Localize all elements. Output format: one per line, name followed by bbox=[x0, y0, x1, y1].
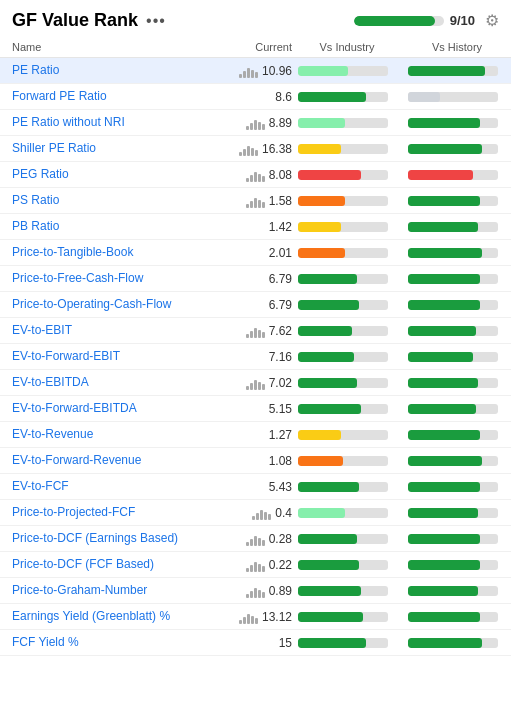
vs-history-bar-cell bbox=[402, 118, 511, 128]
vs-history-bar-fill bbox=[408, 560, 480, 570]
vs-history-bar-cell bbox=[402, 534, 511, 544]
row-name-link[interactable]: Earnings Yield (Greenblatt) % bbox=[12, 609, 170, 623]
vs-industry-bar-wrapper bbox=[298, 326, 388, 336]
mini-bars-icon bbox=[246, 376, 265, 390]
row-value: 10.96 bbox=[262, 64, 292, 78]
vs-history-bar-fill bbox=[408, 456, 482, 466]
table-body: PE Ratio10.96Forward PE Ratio8.6PE Ratio… bbox=[0, 58, 511, 656]
row-current: 8.89 bbox=[222, 116, 292, 130]
vs-history-bar-wrapper bbox=[408, 92, 498, 102]
vs-industry-bar-wrapper bbox=[298, 170, 388, 180]
row-name-link[interactable]: Price-to-Tangible-Book bbox=[12, 245, 133, 259]
row-value: 1.42 bbox=[269, 220, 292, 234]
vs-history-bar-wrapper bbox=[408, 430, 498, 440]
row-name-link[interactable]: Price-to-DCF (FCF Based) bbox=[12, 557, 154, 571]
row-name-link[interactable]: EV-to-Forward-Revenue bbox=[12, 453, 141, 467]
row-name-link[interactable]: EV-to-Forward-EBIT bbox=[12, 349, 120, 363]
row-value: 5.43 bbox=[269, 480, 292, 494]
row-name-link[interactable]: Price-to-Operating-Cash-Flow bbox=[12, 297, 171, 311]
vs-history-bar-fill bbox=[408, 378, 478, 388]
row-value: 8.6 bbox=[275, 90, 292, 104]
table-row: Price-to-Free-Cash-Flow6.79 bbox=[0, 266, 511, 292]
vs-history-bar-fill bbox=[408, 638, 482, 648]
vs-industry-bar-fill bbox=[298, 144, 341, 154]
row-name-link[interactable]: EV-to-FCF bbox=[12, 479, 69, 493]
vs-history-bar-fill bbox=[408, 118, 480, 128]
vs-industry-bar-wrapper bbox=[298, 534, 388, 544]
row-name-link[interactable]: EV-to-EBITDA bbox=[12, 375, 89, 389]
row-name-link[interactable]: PS Ratio bbox=[12, 193, 59, 207]
row-name-link[interactable]: EV-to-Revenue bbox=[12, 427, 93, 441]
row-value: 0.4 bbox=[275, 506, 292, 520]
vs-history-bar-wrapper bbox=[408, 118, 498, 128]
col-vs-history: Vs History bbox=[402, 41, 511, 53]
header: GF Value Rank ••• 9/10 ⚙ bbox=[0, 0, 511, 37]
vs-industry-bar-wrapper bbox=[298, 144, 388, 154]
vs-history-bar-cell bbox=[402, 612, 511, 622]
row-value: 8.08 bbox=[269, 168, 292, 182]
vs-industry-bar-fill bbox=[298, 534, 357, 544]
row-name-link[interactable]: Price-to-Projected-FCF bbox=[12, 505, 135, 519]
vs-industry-bar-fill bbox=[298, 378, 357, 388]
vs-industry-bar-cell bbox=[292, 274, 402, 284]
table-row: Earnings Yield (Greenblatt) %13.12 bbox=[0, 604, 511, 630]
vs-history-bar-fill bbox=[408, 482, 480, 492]
row-current: 7.62 bbox=[222, 324, 292, 338]
row-name-link[interactable]: PE Ratio without NRI bbox=[12, 115, 125, 129]
vs-industry-bar-cell bbox=[292, 430, 402, 440]
row-name-link[interactable]: Shiller PE Ratio bbox=[12, 141, 96, 155]
row-name-link[interactable]: FCF Yield % bbox=[12, 635, 79, 649]
row-name-link[interactable]: Price-to-DCF (Earnings Based) bbox=[12, 531, 178, 545]
vs-industry-bar-cell bbox=[292, 638, 402, 648]
vs-industry-bar-cell bbox=[292, 248, 402, 258]
row-current: 1.27 bbox=[222, 428, 292, 442]
row-value: 13.12 bbox=[262, 610, 292, 624]
vs-industry-bar-wrapper bbox=[298, 560, 388, 570]
gear-icon[interactable]: ⚙ bbox=[485, 11, 499, 30]
row-name-link[interactable]: PE Ratio bbox=[12, 63, 59, 77]
vs-industry-bar-wrapper bbox=[298, 352, 388, 362]
row-name-link[interactable]: Price-to-Free-Cash-Flow bbox=[12, 271, 143, 285]
row-name-link[interactable]: EV-to-EBIT bbox=[12, 323, 72, 337]
row-value: 16.38 bbox=[262, 142, 292, 156]
vs-history-bar-fill bbox=[408, 612, 480, 622]
row-name-link[interactable]: EV-to-Forward-EBITDA bbox=[12, 401, 137, 415]
row-value: 15 bbox=[279, 636, 292, 650]
col-current: Current bbox=[222, 41, 292, 53]
vs-industry-bar-wrapper bbox=[298, 404, 388, 414]
vs-industry-bar-wrapper bbox=[298, 66, 388, 76]
table-row: PS Ratio1.58 bbox=[0, 188, 511, 214]
vs-industry-bar-wrapper bbox=[298, 612, 388, 622]
table-row: Price-to-Tangible-Book2.01 bbox=[0, 240, 511, 266]
dots-icon[interactable]: ••• bbox=[146, 12, 166, 30]
row-current: 0.22 bbox=[222, 558, 292, 572]
row-current: 2.01 bbox=[222, 246, 292, 260]
vs-industry-bar-fill bbox=[298, 482, 359, 492]
row-name-link[interactable]: Forward PE Ratio bbox=[12, 89, 107, 103]
vs-history-bar-wrapper bbox=[408, 248, 498, 258]
vs-history-bar-cell bbox=[402, 378, 511, 388]
row-current: 1.08 bbox=[222, 454, 292, 468]
vs-history-bar-fill bbox=[408, 222, 478, 232]
vs-history-bar-wrapper bbox=[408, 586, 498, 596]
table-row: Price-to-DCF (FCF Based)0.22 bbox=[0, 552, 511, 578]
vs-history-bar-cell bbox=[402, 482, 511, 492]
row-current: 0.4 bbox=[222, 506, 292, 520]
row-name-link[interactable]: PEG Ratio bbox=[12, 167, 69, 181]
row-value: 7.02 bbox=[269, 376, 292, 390]
row-name-link[interactable]: Price-to-Graham-Number bbox=[12, 583, 147, 597]
vs-history-bar-wrapper bbox=[408, 560, 498, 570]
vs-history-bar-cell bbox=[402, 638, 511, 648]
vs-history-bar-fill bbox=[408, 170, 473, 180]
vs-industry-bar-fill bbox=[298, 300, 359, 310]
vs-history-bar-cell bbox=[402, 248, 511, 258]
table-row: PEG Ratio8.08 bbox=[0, 162, 511, 188]
vs-history-bar-wrapper bbox=[408, 196, 498, 206]
row-value: 0.22 bbox=[269, 558, 292, 572]
row-current: 15 bbox=[222, 636, 292, 650]
vs-history-bar-cell bbox=[402, 586, 511, 596]
vs-history-bar-cell bbox=[402, 222, 511, 232]
row-name-link[interactable]: PB Ratio bbox=[12, 219, 59, 233]
table-row: Shiller PE Ratio16.38 bbox=[0, 136, 511, 162]
mini-bars-icon bbox=[246, 116, 265, 130]
